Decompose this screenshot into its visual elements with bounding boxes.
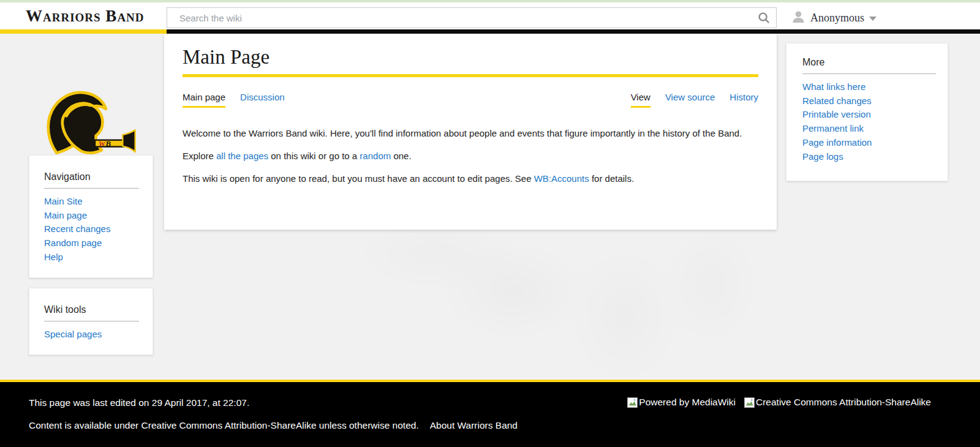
more-item-what-links-here[interactable]: What links here [802, 80, 935, 94]
paragraph: This wiki is open for anyone to read, bu… [183, 172, 758, 186]
user-name: Anonymous [810, 12, 864, 24]
sidebar-item-recent-changes[interactable]: Recent changes [44, 222, 140, 236]
chevron-down-icon [869, 17, 876, 21]
paragraph: Explore all the pages on this wiki or go… [183, 149, 758, 163]
more-title: More [802, 57, 935, 68]
divider [44, 321, 139, 321]
navigation-panel: Navigation Main SiteMain pageRecent chan… [29, 155, 153, 278]
site-header: Warriors Band Anonymous [0, 2, 980, 29]
content-card: Main Page Main pageDiscussion ViewView s… [164, 34, 777, 230]
svg-text:WB: WB [98, 139, 111, 148]
sidebar-item-main-site[interactable]: Main Site [44, 195, 140, 209]
badge-label: Powered by MediaWiki [639, 397, 736, 408]
footer-badges: Powered by MediaWikiCreative Commons Att… [627, 397, 931, 408]
search-input[interactable] [167, 8, 752, 28]
accent-bar-left [0, 29, 167, 34]
divider [802, 73, 936, 74]
search-icon[interactable] [752, 8, 776, 28]
tab-view[interactable]: View [631, 92, 650, 108]
badge-label: Creative Commons Attribution-ShareAlike [756, 397, 931, 408]
tab-row: Main pageDiscussion ViewView sourceHisto… [183, 92, 758, 108]
tabs-left: Main pageDiscussion [183, 92, 285, 108]
more-item-related-changes[interactable]: Related changes [802, 94, 935, 108]
background-watermark [331, 217, 821, 380]
license-text: Content is available under Creative Comm… [29, 420, 419, 431]
wiki-tools-panel: Wiki tools Special pages [29, 288, 153, 355]
more-item-printable-version[interactable]: Printable version [802, 108, 935, 122]
accent-bar [0, 29, 980, 34]
wiki-tools-title: Wiki tools [44, 304, 140, 315]
link-all-the-pages[interactable]: all the pages [216, 151, 268, 161]
site-footer: This page was last edited on 29 April 20… [0, 380, 980, 447]
sidebar-item-random-page[interactable]: Random page [44, 236, 140, 250]
article-body: Welcome to the Warriors Band wiki. Here,… [183, 127, 758, 186]
tabs-right: ViewView sourceHistory [631, 92, 758, 108]
tab-view-source[interactable]: View source [665, 92, 715, 108]
sidebar-item-main-page[interactable]: Main page [44, 209, 140, 223]
divider [44, 188, 139, 189]
more-panel: More What links hereRelated changesPrint… [786, 43, 948, 181]
link-random[interactable]: random [360, 151, 391, 161]
more-item-page-information[interactable]: Page information [802, 136, 935, 150]
main-area: WB Navigation Main SiteMain pageRecent c… [0, 34, 980, 380]
tab-discussion[interactable]: Discussion [240, 92, 285, 108]
tab-main-page[interactable]: Main page [183, 92, 225, 108]
page-title: Main Page [183, 46, 758, 69]
last-edited-text: This page was last edited on 29 April 20… [29, 397, 249, 408]
broken-image-icon [627, 397, 638, 408]
broken-image-icon [744, 397, 755, 408]
badge-powered-by-mediawiki[interactable]: Powered by MediaWiki [627, 397, 736, 408]
user-menu[interactable]: Anonymous [791, 9, 876, 27]
user-icon [791, 10, 805, 26]
link-wb-accounts[interactable]: WB:Accounts [534, 173, 589, 184]
paragraph: Welcome to the Warriors Band wiki. Here,… [183, 127, 758, 140]
navigation-title: Navigation [44, 171, 140, 182]
about-link[interactable]: About Warriors Band [430, 420, 518, 431]
more-item-permanent-link[interactable]: Permanent link [802, 122, 935, 136]
tab-history[interactable]: History [729, 92, 758, 108]
more-links: What links hereRelated changesPrintable … [802, 80, 935, 163]
sidebar-item-help[interactable]: Help [44, 250, 140, 265]
site-logo[interactable]: WB [40, 80, 141, 163]
wiki-tools-links: Special pages [44, 328, 140, 342]
site-brand[interactable]: Warriors Band [26, 7, 145, 26]
sidebar-item-special-pages[interactable]: Special pages [44, 328, 140, 342]
search-box [167, 7, 777, 28]
title-underline [183, 74, 758, 77]
navigation-links: Main SiteMain pageRecent changesRandom p… [44, 195, 140, 265]
badge-creative-commons-attribution-sharealike[interactable]: Creative Commons Attribution-ShareAlike [744, 397, 931, 408]
more-item-page-logs[interactable]: Page logs [802, 150, 935, 164]
